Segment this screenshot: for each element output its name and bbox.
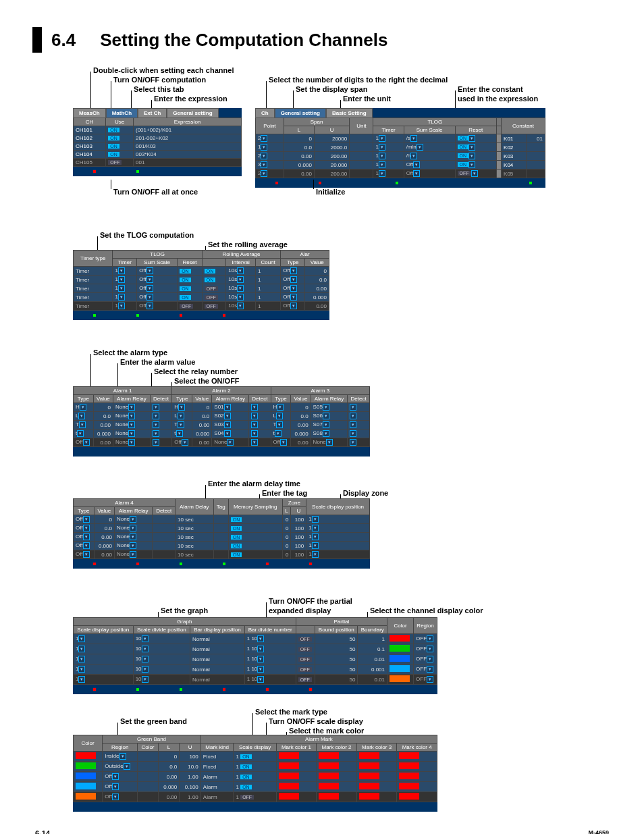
sdp[interactable]: 1▾ (306, 542, 370, 550)
dropdown-icon[interactable]: ▾ (128, 421, 135, 428)
dropdown-icon[interactable]: ▾ (261, 144, 267, 151)
dropdown-icon[interactable]: ▾ (130, 516, 136, 523)
on-toggle[interactable]: ON (205, 269, 216, 273)
a2-detect[interactable]: ▾ (249, 421, 271, 429)
color[interactable] (74, 772, 103, 782)
alarm-delay[interactable]: 10 sec (176, 524, 214, 533)
a3-type[interactable]: L▾ (271, 412, 291, 421)
zone-u[interactable]: 100 (291, 533, 306, 542)
on-toggle[interactable]: ON (108, 128, 119, 132)
dropdown-icon[interactable]: ▾ (276, 421, 283, 428)
color[interactable] (387, 654, 414, 664)
zone-l[interactable]: 0 (282, 533, 291, 542)
count[interactable]: 1 (255, 276, 280, 284)
dropdown-icon[interactable]: ▾ (251, 430, 258, 437)
dropdown-icon[interactable]: ▾ (312, 516, 319, 523)
span-l[interactable]: 0 (284, 134, 314, 143)
dropdown-icon[interactable]: ▾ (130, 525, 136, 531)
memsamp[interactable]: ON (228, 515, 282, 524)
dropdown-icon[interactable]: ▾ (471, 170, 478, 177)
dropdown-icon[interactable]: ▾ (379, 153, 385, 159)
interval[interactable]: 10s▾ (226, 293, 256, 302)
dropdown-icon[interactable]: ▾ (350, 439, 356, 446)
a2-relay[interactable]: None▾ (212, 438, 249, 447)
mc4[interactable] (397, 772, 437, 782)
interval[interactable]: 10s▾ (226, 267, 256, 276)
use-cell[interactable]: ON (106, 142, 134, 151)
sdp[interactable]: 1▾ (306, 524, 370, 533)
dropdown-icon[interactable]: ▾ (290, 294, 297, 301)
zone-l[interactable]: 0 (282, 550, 291, 559)
on-toggle[interactable]: ON (180, 278, 191, 282)
expr-cell[interactable]: 001/K03 (134, 142, 242, 151)
on-toggle[interactable]: ON (231, 544, 242, 548)
alarm-delay[interactable]: 10 sec (176, 515, 214, 524)
sdp[interactable]: 1▾ (306, 550, 370, 559)
reset-cell[interactable]: OFF▾ (455, 170, 497, 178)
on-toggle[interactable]: ON (240, 754, 252, 759)
use-cell[interactable]: OFF (106, 159, 134, 167)
bdp[interactable]: Normal (190, 675, 245, 685)
timer[interactable]: 1▾ (113, 276, 137, 284)
boundpos[interactable]: 50 (315, 644, 358, 654)
a3-detect[interactable]: ▾ (348, 421, 370, 429)
sdp[interactable]: 1▾ (74, 644, 134, 654)
tab-gen2[interactable]: General setting (275, 108, 326, 118)
a2-detect[interactable]: ▾ (249, 429, 271, 438)
dropdown-icon[interactable]: ▾ (153, 430, 159, 437)
dropdown-icon[interactable]: ▾ (79, 421, 86, 428)
on-toggle[interactable]: ON (240, 785, 252, 789)
partial[interactable]: OFF (296, 644, 315, 654)
dropdown-icon[interactable]: ▾ (178, 404, 185, 411)
dropdown-icon[interactable]: ▾ (130, 542, 136, 549)
color[interactable] (387, 675, 414, 685)
dropdown-icon[interactable]: ▾ (78, 635, 85, 642)
a1-relay[interactable]: None▾ (113, 438, 151, 447)
off-toggle[interactable]: OFF (205, 286, 218, 291)
avalue[interactable]: 0.0 (305, 276, 329, 284)
a3-relay[interactable]: S05▾ (311, 403, 348, 412)
gcolor[interactable] (138, 792, 159, 802)
bdp[interactable]: Normal (190, 664, 245, 675)
dropdown-icon[interactable]: ▾ (468, 153, 475, 159)
boundary[interactable]: 0.01 (358, 654, 387, 664)
dropdown-icon[interactable]: ▾ (112, 773, 119, 780)
point-cell[interactable]: 1▾ (256, 143, 284, 152)
a4-relay[interactable]: None▾ (114, 515, 153, 524)
dropdown-icon[interactable]: ▾ (182, 439, 188, 446)
reset[interactable]: OFF (178, 302, 203, 311)
a2-detect[interactable]: ▾ (249, 438, 271, 447)
dropdown-icon[interactable]: ▾ (417, 144, 423, 151)
gb-u[interactable]: 0.100 (180, 782, 201, 792)
off-toggle[interactable]: OFF (180, 304, 193, 309)
on-toggle[interactable]: ON (458, 162, 469, 167)
dropdown-icon[interactable]: ▾ (178, 421, 184, 428)
reset-cell[interactable]: ON▾ (455, 143, 497, 152)
off-toggle[interactable]: OFF (108, 160, 122, 165)
on-toggle[interactable]: ON (108, 144, 119, 149)
a1-val[interactable]: 0.0 (93, 412, 113, 421)
dropdown-icon[interactable]: ▾ (326, 439, 333, 446)
dropdown-icon[interactable]: ▾ (257, 635, 264, 642)
on-toggle[interactable]: ON (180, 269, 191, 273)
boundpos[interactable]: 50 (315, 654, 358, 664)
a4-type[interactable]: Off▾ (74, 542, 95, 550)
boundary[interactable]: 1 (358, 634, 387, 644)
expr-cell[interactable]: (001+002)/K01 (134, 126, 242, 134)
dropdown-icon[interactable]: ▾ (118, 276, 125, 283)
dropdown-icon[interactable]: ▾ (130, 533, 136, 540)
region[interactable]: OFF▾ (414, 654, 437, 664)
a3-relay[interactable]: None▾ (311, 438, 348, 447)
zone-u[interactable]: 100 (291, 550, 306, 559)
mc4[interactable] (397, 782, 437, 792)
timer-cell[interactable]: 1▾ (373, 134, 404, 143)
tab-gen[interactable]: General setting (167, 108, 218, 118)
memsamp[interactable]: ON (228, 542, 282, 550)
a1-type[interactable]: t▾ (74, 429, 94, 438)
dropdown-icon[interactable]: ▾ (124, 763, 130, 770)
color[interactable] (74, 752, 103, 762)
timer-cell[interactable]: 1▾ (373, 170, 404, 178)
dropdown-icon[interactable]: ▾ (323, 413, 329, 419)
dropdown-icon[interactable]: ▾ (153, 413, 159, 419)
a2-relay[interactable]: S02▾ (212, 412, 249, 421)
